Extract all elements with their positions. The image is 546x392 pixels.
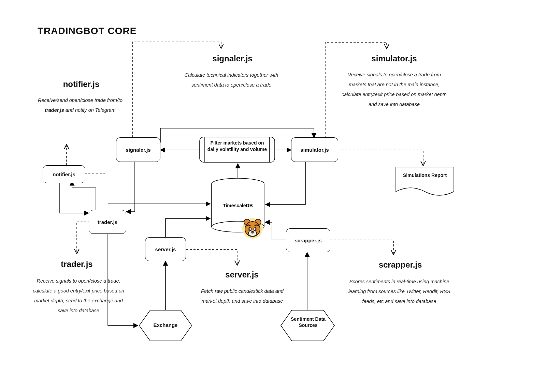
node-simulations-report (396, 167, 454, 195)
svg-point-4 (212, 221, 264, 232)
svg-point-6 (242, 218, 263, 239)
svg-point-14 (248, 230, 257, 236)
svg-point-9 (245, 222, 260, 237)
module-title-trader: trader.js (51, 259, 102, 269)
node-simulator: simulator.js (291, 137, 338, 162)
module-title-simulator: simulator.js (360, 54, 428, 63)
node-filter-label: Filter markets based on daily volatility… (206, 140, 268, 153)
connectors-layer: TimescaleDB (0, 0, 546, 392)
node-trader: trader.js (89, 210, 126, 234)
node-sentiment-label: Sentiment Data Sources (286, 316, 330, 328)
node-server: server.js (145, 237, 186, 261)
svg-rect-1 (212, 184, 264, 227)
node-notifier: notifier.js (43, 165, 85, 183)
svg-point-8 (255, 219, 261, 225)
svg-point-11 (254, 228, 257, 231)
node-scrapper: scrapper.js (286, 228, 330, 252)
module-title-scrapper: scrapper.js (370, 260, 431, 270)
module-title-signaler: signaler.js (202, 54, 263, 63)
module-desc-trader: Receive signals to open/close a trade, c… (29, 276, 128, 316)
svg-point-13 (255, 228, 256, 230)
module-title-server: server.js (216, 270, 268, 280)
module-title-notifier: notifier.js (51, 79, 112, 89)
module-desc-simulator: Receive signals to open/close a trade fr… (341, 70, 447, 109)
svg-point-15 (252, 231, 254, 233)
module-desc-signaler: Calculate technical indicators together … (180, 70, 283, 90)
module-desc-scrapper: Scores sentiments in real-time using mac… (348, 277, 450, 306)
module-desc-notifier: Receive/send open/close trade from/to tr… (32, 95, 128, 115)
svg-point-12 (249, 228, 250, 230)
tiger-icon (242, 218, 263, 239)
module-desc-server: Fetch raw public candlestick data and ma… (198, 286, 287, 306)
svg-point-0 (212, 178, 264, 189)
page-title: TRADINGBOT CORE (38, 26, 136, 36)
svg-text:TimescaleDB: TimescaleDB (223, 203, 253, 208)
node-report-label: Simulations Report (399, 172, 450, 178)
node-exchange-label: Exchange (143, 322, 188, 328)
svg-point-7 (244, 219, 250, 225)
svg-point-10 (248, 228, 252, 231)
node-signaler: signaler.js (116, 137, 160, 162)
node-timescaledb: TimescaleDB (212, 178, 264, 232)
diagram-canvas: TRADINGBOT CORE notifier.js Receive/send… (0, 0, 546, 392)
